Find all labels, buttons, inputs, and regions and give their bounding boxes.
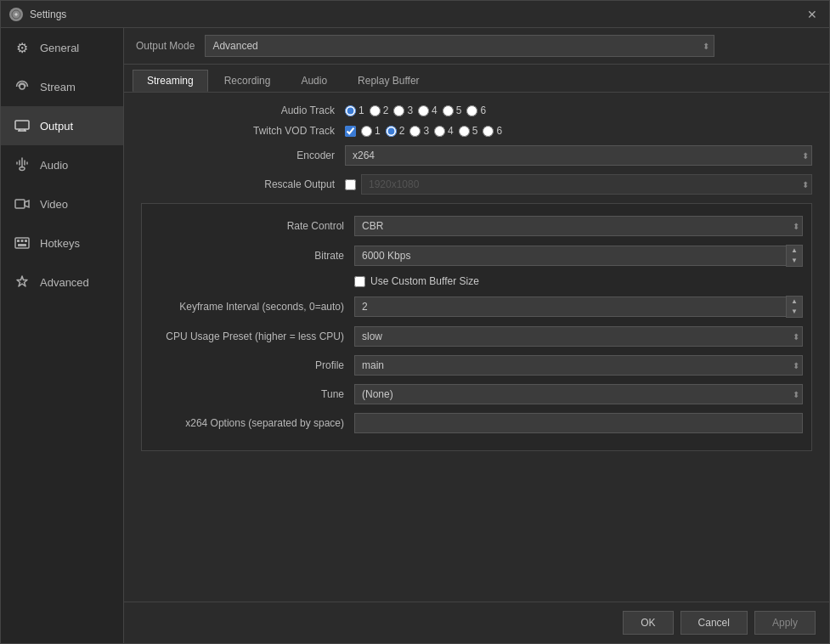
titlebar: Settings ✕ xyxy=(1,1,829,28)
main-content: ⚙ General Stream Output Audio xyxy=(1,28,829,643)
output-icon xyxy=(13,116,31,135)
tab-streaming[interactable]: Streaming xyxy=(133,70,208,92)
x264-options-control xyxy=(354,413,803,433)
keyframe-input[interactable]: 2 xyxy=(354,297,786,317)
settings-panel: Audio Track 1 2 3 4 5 6 Twitch VOD Track xyxy=(124,93,829,602)
tune-label: Tune xyxy=(150,388,354,400)
profile-row: Profile baseline main high xyxy=(150,355,803,376)
x264-options-label: x264 Options (separated by space) xyxy=(150,417,354,429)
rate-control-select[interactable]: CBR VBR ABR CRF xyxy=(354,216,803,236)
close-button[interactable]: ✕ xyxy=(804,6,821,23)
cpu-preset-select[interactable]: ultrafastsuperfastveryfast fasterfastmed… xyxy=(354,326,803,347)
keyframe-decrement[interactable]: ▼ xyxy=(787,307,802,317)
vod-track-4[interactable]: 4 xyxy=(434,125,454,137)
twitch-vod-track-control: 1 2 3 4 5 6 xyxy=(345,125,812,137)
profile-select[interactable]: baseline main high xyxy=(354,355,803,376)
twitch-vod-track-row: Twitch VOD Track 1 2 3 4 5 6 xyxy=(141,125,812,137)
sidebar-item-advanced[interactable]: Advanced xyxy=(1,263,123,302)
window-icon xyxy=(9,8,23,21)
svg-rect-2 xyxy=(15,121,29,129)
twitch-vod-checkbox[interactable] xyxy=(345,126,356,137)
profile-label: Profile xyxy=(150,359,354,371)
audio-track-4[interactable]: 4 xyxy=(418,105,438,116)
svg-rect-8 xyxy=(15,238,29,248)
twitch-vod-radio-group: 1 2 3 4 5 6 xyxy=(361,125,502,137)
audio-track-row: Audio Track 1 2 3 4 5 6 xyxy=(141,105,812,116)
tab-replay-buffer[interactable]: Replay Buffer xyxy=(343,70,434,92)
settings-window: Settings ✕ ⚙ General Stream Output xyxy=(0,0,830,644)
sidebar-item-hotkeys[interactable]: Hotkeys xyxy=(1,223,123,263)
keyframe-row: Keyframe Interval (seconds, 0=auto) 2 ▲ … xyxy=(150,296,803,318)
encoder-settings-box: Rate Control CBR VBR ABR CRF Bitra xyxy=(141,203,812,451)
custom-buffer-checkbox[interactable] xyxy=(354,276,365,287)
cpu-preset-wrapper: ultrafastsuperfastveryfast fasterfastmed… xyxy=(354,326,803,347)
sidebar-label-general: General xyxy=(40,42,79,54)
ok-button[interactable]: OK xyxy=(623,611,673,635)
keyframe-spinner-buttons: ▲ ▼ xyxy=(786,296,803,318)
svg-rect-9 xyxy=(17,240,20,242)
bitrate-spinner-buttons: ▲ ▼ xyxy=(786,245,803,267)
x264-options-input[interactable] xyxy=(354,413,803,433)
svg-point-1 xyxy=(20,84,25,89)
encoder-row: Encoder x264 NVENC AMD AMF xyxy=(141,145,812,166)
bitrate-control: 6000 Kbps ▲ ▼ xyxy=(354,245,803,267)
keyframe-control: 2 ▲ ▼ xyxy=(354,296,803,318)
window-title: Settings xyxy=(30,8,804,20)
cancel-button[interactable]: Cancel xyxy=(680,611,748,635)
advanced-icon xyxy=(13,273,31,291)
vod-track-5[interactable]: 5 xyxy=(459,125,478,137)
encoder-select[interactable]: x264 NVENC AMD AMF xyxy=(345,145,812,166)
audio-icon xyxy=(13,155,31,174)
sidebar-label-audio: Audio xyxy=(40,159,68,172)
output-mode-select-wrapper: Advanced Simple xyxy=(205,35,714,57)
apply-button[interactable]: Apply xyxy=(754,611,816,635)
vod-track-3[interactable]: 3 xyxy=(409,125,429,137)
audio-track-3[interactable]: 3 xyxy=(393,105,413,116)
sidebar-label-hotkeys: Hotkeys xyxy=(40,237,80,250)
audio-track-5[interactable]: 5 xyxy=(443,105,462,116)
tab-recording[interactable]: Recording xyxy=(210,70,285,92)
sidebar: ⚙ General Stream Output Audio xyxy=(1,28,124,643)
rate-control-label: Rate Control xyxy=(150,220,354,232)
vod-track-1[interactable]: 1 xyxy=(361,125,381,137)
rate-control-wrapper: CBR VBR ABR CRF xyxy=(354,216,803,236)
sidebar-label-video: Video xyxy=(40,198,68,211)
output-mode-select[interactable]: Advanced Simple xyxy=(205,35,714,57)
rescale-resolution-wrapper: 1920x1080 xyxy=(361,174,812,195)
audio-track-label: Audio Track xyxy=(141,105,345,116)
tune-wrapper: (None) filmanimationgrain stillimagepsnr… xyxy=(354,384,803,404)
rescale-output-checkbox[interactable] xyxy=(345,179,356,190)
tune-select[interactable]: (None) filmanimationgrain stillimagepsnr… xyxy=(354,384,803,404)
tab-audio[interactable]: Audio xyxy=(286,70,342,92)
bitrate-input[interactable]: 6000 Kbps xyxy=(354,246,786,266)
cpu-preset-label: CPU Usage Preset (higher = less CPU) xyxy=(150,330,354,342)
sidebar-item-audio[interactable]: Audio xyxy=(1,145,123,184)
sidebar-label-advanced: Advanced xyxy=(40,276,89,289)
output-mode-bar: Output Mode Advanced Simple xyxy=(124,28,829,65)
vod-track-2[interactable]: 2 xyxy=(386,125,405,137)
audio-track-2[interactable]: 2 xyxy=(370,105,389,116)
rescale-output-control: 1920x1080 xyxy=(345,174,812,195)
bitrate-increment[interactable]: ▲ xyxy=(787,246,802,256)
bitrate-decrement[interactable]: ▼ xyxy=(787,256,802,266)
encoder-select-wrapper: x264 NVENC AMD AMF xyxy=(345,145,812,166)
keyframe-increment[interactable]: ▲ xyxy=(787,297,802,307)
hotkeys-icon xyxy=(13,234,31,252)
svg-rect-11 xyxy=(25,240,27,242)
sidebar-label-output: Output xyxy=(40,120,73,133)
vod-track-6[interactable]: 6 xyxy=(483,125,502,137)
rescale-resolution-select[interactable]: 1920x1080 xyxy=(361,174,812,195)
sidebar-item-video[interactable]: Video xyxy=(1,184,123,223)
bitrate-row: Bitrate 6000 Kbps ▲ ▼ xyxy=(150,245,803,267)
keyframe-label: Keyframe Interval (seconds, 0=auto) xyxy=(150,301,354,313)
audio-track-6[interactable]: 6 xyxy=(466,105,486,116)
sidebar-item-output[interactable]: Output xyxy=(1,106,123,145)
twitch-vod-track-label: Twitch VOD Track xyxy=(141,125,345,137)
audio-track-1[interactable]: 1 xyxy=(345,105,364,116)
custom-buffer-control: Use Custom Buffer Size xyxy=(354,275,803,287)
custom-buffer-label: Use Custom Buffer Size xyxy=(370,275,479,287)
custom-buffer-row: Use Custom Buffer Size xyxy=(150,275,803,287)
rescale-output-row: Rescale Output 1920x1080 xyxy=(141,174,812,195)
sidebar-item-stream[interactable]: Stream xyxy=(1,67,123,106)
sidebar-item-general[interactable]: ⚙ General xyxy=(1,28,123,67)
